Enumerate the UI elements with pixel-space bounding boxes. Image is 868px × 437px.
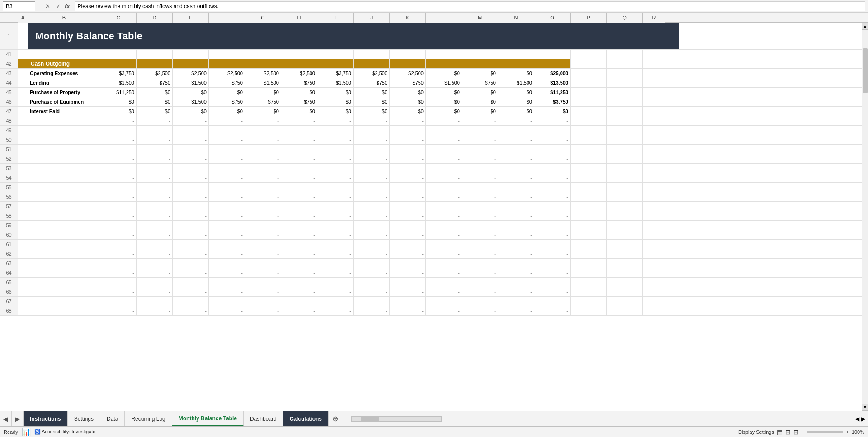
cell-n61[interactable]: - xyxy=(498,240,534,249)
cell-l59[interactable]: - xyxy=(426,221,462,230)
cell-j47[interactable]: $0 xyxy=(354,107,390,116)
cell-h50[interactable]: - xyxy=(281,135,317,144)
cell-p67[interactable] xyxy=(571,297,607,306)
zoom-out-btn[interactable]: − xyxy=(802,429,804,435)
cell-k55[interactable]: - xyxy=(390,183,426,192)
tab-data[interactable]: Data xyxy=(100,411,125,426)
cell-b63[interactable] xyxy=(28,259,100,268)
cell-k66[interactable]: - xyxy=(390,287,426,296)
cell-r47[interactable] xyxy=(643,107,665,116)
cell-b57[interactable] xyxy=(28,202,100,211)
cell-o47-total[interactable]: $0 xyxy=(534,107,571,116)
cell-m68[interactable]: - xyxy=(462,306,498,315)
cell-i67[interactable]: - xyxy=(317,297,354,306)
cell-c41[interactable] xyxy=(100,50,137,59)
col-header-g[interactable]: G xyxy=(245,13,281,23)
cell-j46[interactable]: $0 xyxy=(354,97,390,106)
cell-o43-total[interactable]: $25,000 xyxy=(534,69,571,78)
cell-d60[interactable]: - xyxy=(137,230,173,239)
cell-k59[interactable]: - xyxy=(390,221,426,230)
cell-g47[interactable]: $0 xyxy=(245,107,281,116)
cell-o53[interactable]: - xyxy=(534,164,571,173)
cell-c57[interactable]: - xyxy=(100,202,137,211)
cell-o60[interactable]: - xyxy=(534,230,571,239)
cell-l57[interactable]: - xyxy=(426,202,462,211)
cell-e67[interactable]: - xyxy=(173,297,209,306)
cell-f62[interactable]: - xyxy=(209,249,245,258)
cell-a62[interactable] xyxy=(18,249,28,258)
cell-h46[interactable]: $750 xyxy=(281,97,317,106)
cell-p52[interactable] xyxy=(571,154,607,163)
cell-o49[interactable]: - xyxy=(534,126,571,135)
cell-b48[interactable] xyxy=(28,116,100,125)
cell-b55[interactable] xyxy=(28,183,100,192)
cell-c52[interactable]: - xyxy=(100,154,137,163)
cell-a60[interactable] xyxy=(18,230,28,239)
cell-a56[interactable] xyxy=(18,192,28,201)
view-normal-btn[interactable]: ▦ xyxy=(777,428,783,436)
cell-b46-label[interactable]: Purchase of Equipmen xyxy=(28,97,100,106)
cell-q56[interactable] xyxy=(607,192,643,201)
cell-k54[interactable]: - xyxy=(390,173,426,182)
cell-q65[interactable] xyxy=(607,278,643,287)
cell-i52[interactable]: - xyxy=(317,154,354,163)
cell-b51[interactable] xyxy=(28,145,100,154)
cell-h41[interactable] xyxy=(281,50,317,59)
cell-e59[interactable]: - xyxy=(173,221,209,230)
cell-p60[interactable] xyxy=(571,230,607,239)
cell-g53[interactable]: - xyxy=(245,164,281,173)
cell-m63[interactable]: - xyxy=(462,259,498,268)
cell-a57[interactable] xyxy=(18,202,28,211)
tab-nav-left[interactable]: ◀ xyxy=(0,411,12,426)
cell-l54[interactable]: - xyxy=(426,173,462,182)
cell-m59[interactable]: - xyxy=(462,221,498,230)
cell-e52[interactable]: - xyxy=(173,154,209,163)
cell-a42[interactable] xyxy=(18,59,28,68)
cell-p44[interactable] xyxy=(571,78,607,87)
cell-l50[interactable]: - xyxy=(426,135,462,144)
cell-q44[interactable] xyxy=(607,78,643,87)
cell-l58[interactable]: - xyxy=(426,211,462,220)
cell-j58[interactable]: - xyxy=(354,211,390,220)
cell-m60[interactable]: - xyxy=(462,230,498,239)
col-header-b[interactable]: B xyxy=(28,13,100,23)
cell-n45[interactable]: $0 xyxy=(498,88,534,97)
cell-q42[interactable] xyxy=(607,59,643,68)
cell-l48[interactable]: - xyxy=(426,116,462,125)
cell-g63[interactable]: - xyxy=(245,259,281,268)
cell-b47-label[interactable]: Interest Paid xyxy=(28,107,100,116)
cell-d66[interactable]: - xyxy=(137,287,173,296)
col-header-i[interactable]: I xyxy=(317,13,354,23)
cell-j54[interactable]: - xyxy=(354,173,390,182)
cell-e63[interactable]: - xyxy=(173,259,209,268)
cell-k67[interactable]: - xyxy=(390,297,426,306)
cell-m56[interactable]: - xyxy=(462,192,498,201)
cell-k46[interactable]: $0 xyxy=(390,97,426,106)
cell-f49[interactable]: - xyxy=(209,126,245,135)
cell-a63[interactable] xyxy=(18,259,28,268)
cell-e48[interactable]: - xyxy=(173,116,209,125)
cell-c46[interactable]: $0 xyxy=(100,97,137,106)
cell-p53[interactable] xyxy=(571,164,607,173)
cell-a53[interactable] xyxy=(18,164,28,173)
cell-e58[interactable]: - xyxy=(173,211,209,220)
cell-k42[interactable] xyxy=(390,59,426,68)
cell-b54[interactable] xyxy=(28,173,100,182)
cell-i54[interactable]: - xyxy=(317,173,354,182)
cell-j52[interactable]: - xyxy=(354,154,390,163)
cell-a43[interactable] xyxy=(18,69,28,78)
cell-r49[interactable] xyxy=(643,126,665,135)
cell-o48[interactable]: - xyxy=(534,116,571,125)
cell-d58[interactable]: - xyxy=(137,211,173,220)
cell-o52[interactable]: - xyxy=(534,154,571,163)
cell-m64[interactable]: - xyxy=(462,268,498,277)
cell-j68[interactable]: - xyxy=(354,306,390,315)
cell-c48[interactable]: - xyxy=(100,116,137,125)
cell-p63[interactable] xyxy=(571,259,607,268)
spreadsheet-scroll[interactable]: 1 Monthly Balance Table 41 xyxy=(0,23,862,411)
cell-g57[interactable]: - xyxy=(245,202,281,211)
cell-k51[interactable]: - xyxy=(390,145,426,154)
cell-e47[interactable]: $0 xyxy=(173,107,209,116)
cell-o62[interactable]: - xyxy=(534,249,571,258)
cell-c63[interactable]: - xyxy=(100,259,137,268)
